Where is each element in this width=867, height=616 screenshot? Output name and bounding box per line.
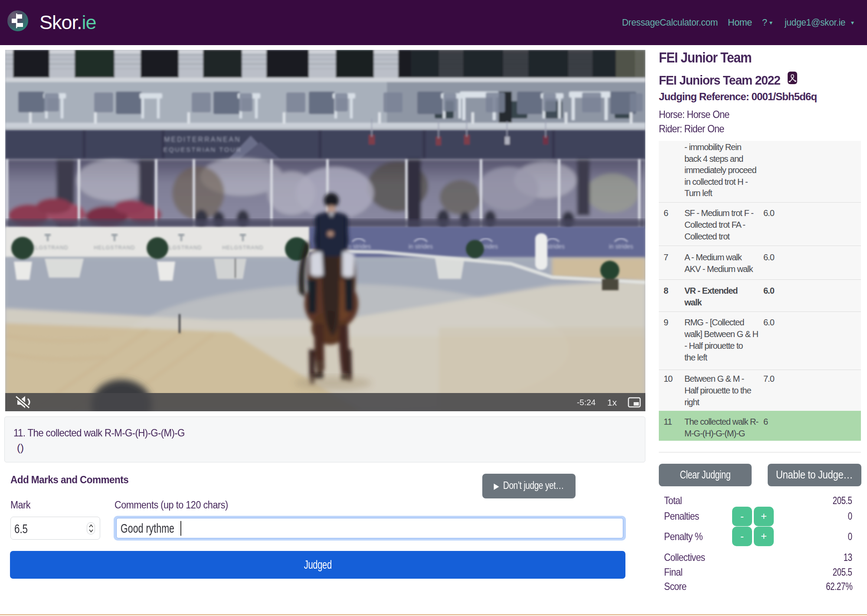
svg-text:1x: 1x [607,397,617,407]
svg-text:-5:24: -5:24 [577,398,596,407]
